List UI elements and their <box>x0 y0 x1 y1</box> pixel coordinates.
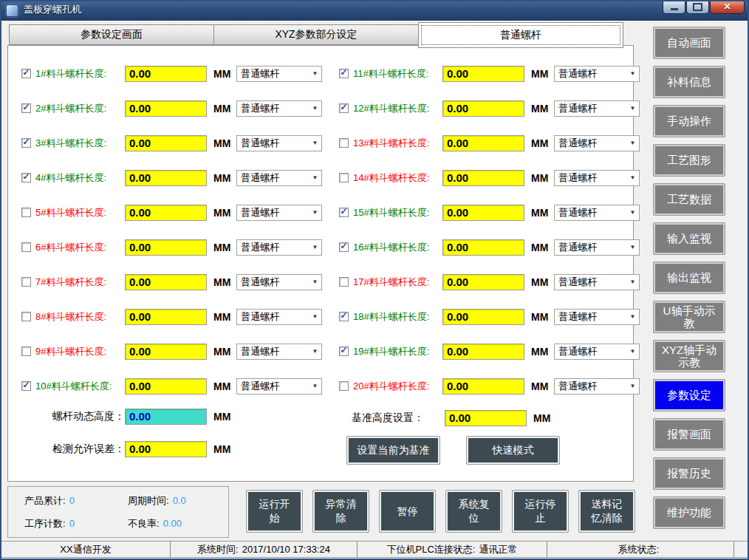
hopper-1-checkbox[interactable]: ✓ <box>21 69 31 78</box>
run-stop-button[interactable]: 运行停 止 <box>512 490 569 533</box>
hopper-19-screw-type-select[interactable]: 普通螺杆▼ <box>554 344 640 360</box>
sidebar-process-graphics[interactable]: 工艺图形 <box>653 144 725 177</box>
hopper-4-length-input[interactable]: 0.00 <box>125 170 207 186</box>
hopper-8-length-input[interactable]: 0.00 <box>125 309 207 325</box>
sidebar-xyz-axis-manual-teach[interactable]: XYZ轴手动 示教 <box>653 340 725 372</box>
sidebar-alarm-screen[interactable]: 报警画面 <box>653 418 725 451</box>
hopper-3-checkbox[interactable]: ✓ <box>21 138 31 148</box>
hopper-9-checkbox[interactable] <box>21 346 31 356</box>
hopper-2-screw-type-select[interactable]: 普通螺杆▼ <box>236 100 322 117</box>
hopper-18-screw-type-select[interactable]: 普通螺杆▼ <box>554 309 640 325</box>
hopper-11-length-input[interactable]: 0.00 <box>442 66 524 82</box>
hopper-5-screw-type-select[interactable]: 普通螺杆▼ <box>236 205 322 221</box>
minimize-button[interactable] <box>663 0 685 14</box>
hopper-15-screw-type-select[interactable]: 普通螺杆▼ <box>554 205 640 221</box>
hopper-16-length-input[interactable]: 0.00 <box>442 239 524 256</box>
base-height-label: 基准高度设置： <box>352 412 445 425</box>
hopper-9-screw-type-select[interactable]: 普通螺杆▼ <box>236 344 322 360</box>
sidebar-manual-operation[interactable]: 手动操作 <box>653 105 725 137</box>
system-reset-button[interactable]: 系统复 位 <box>445 490 502 533</box>
tab-parameter-setting-screen[interactable]: 参数设定画面 <box>9 24 213 45</box>
fast-mode-button[interactable]: 快速模式 <box>466 436 560 465</box>
sidebar-process-data[interactable]: 工艺数据 <box>653 183 725 216</box>
hopper-13-length-input[interactable]: 0.00 <box>442 135 524 151</box>
maximize-button[interactable] <box>686 0 709 14</box>
hopper-7-screw-type-select[interactable]: 普通螺杆▼ <box>236 274 322 290</box>
unit-label: MM <box>531 380 548 392</box>
sidebar-refill-info[interactable]: 补料信息 <box>653 66 725 98</box>
hopper-14-screw-type-select[interactable]: 普通螺杆▼ <box>554 170 640 186</box>
set-current-as-base-button[interactable]: 设置当前为基准 <box>346 436 440 465</box>
hopper-14-checkbox[interactable] <box>339 173 349 182</box>
hopper-9-length-input[interactable]: 0.00 <box>125 344 207 360</box>
hopper-10-length-input[interactable]: 0.00 <box>125 378 207 395</box>
feed-memory-clear-button[interactable]: 送料记 忆清除 <box>578 490 635 533</box>
hopper-19-length-input[interactable]: 0.00 <box>442 344 524 360</box>
hopper-17-checkbox[interactable] <box>339 277 349 287</box>
hopper-1-length-input[interactable]: 0.00 <box>125 66 207 82</box>
hopper-1-screw-type-select[interactable]: 普通螺杆▼ <box>236 66 322 82</box>
chevron-down-icon: ▼ <box>629 174 639 181</box>
hopper-8-screw-type-select[interactable]: 普通螺杆▼ <box>236 309 322 325</box>
hopper-20-checkbox[interactable] <box>339 381 349 391</box>
hopper-12-length-input[interactable]: 0.00 <box>442 100 524 117</box>
hopper-15-checkbox[interactable]: ✓ <box>339 208 349 217</box>
hopper-20-screw-type-select[interactable]: 普通螺杆▼ <box>554 378 640 395</box>
hopper-20-length-input[interactable]: 0.00 <box>442 378 524 395</box>
close-button[interactable]: ✕ <box>710 0 745 14</box>
hopper-13-checkbox[interactable] <box>339 138 349 148</box>
unit-label: MM <box>213 68 230 80</box>
base-height-field: 基准高度设置： 0.00 MM <box>352 409 550 427</box>
base-height-input[interactable]: 0.00 <box>445 410 527 426</box>
hopper-19-checkbox[interactable]: ✓ <box>339 346 349 356</box>
hopper-7-checkbox[interactable] <box>21 277 31 287</box>
hopper-11-checkbox[interactable]: ✓ <box>339 69 349 78</box>
hopper-2-length-input[interactable]: 0.00 <box>125 100 207 117</box>
sidebar-auto-screen[interactable]: 自动画面 <box>653 27 725 59</box>
plc-status-label: 下位机PLC连接状态: <box>387 543 476 556</box>
hopper-2-checkbox[interactable]: ✓ <box>21 103 31 113</box>
sidebar-u-axis-manual-teach[interactable]: U轴手动示 教 <box>653 301 725 333</box>
hopper-16-screw-type-select[interactable]: 普通螺杆▼ <box>554 239 640 256</box>
hopper-4-checkbox[interactable]: ✓ <box>21 173 31 182</box>
sidebar-maintenance[interactable]: 维护功能 <box>653 496 725 529</box>
hopper-3-label: 3#料斗螺杆长度: <box>35 137 123 150</box>
hopper-11-screw-type-select[interactable]: 普通螺杆▼ <box>554 66 640 82</box>
sidebar-parameter-setting[interactable]: 参数设定 <box>653 379 725 412</box>
hopper-12-checkbox[interactable]: ✓ <box>339 103 349 113</box>
hopper-15-length-input[interactable]: 0.00 <box>442 205 524 221</box>
hopper-17-length-input[interactable]: 0.00 <box>442 274 524 290</box>
hopper-14-length-input[interactable]: 0.00 <box>442 170 524 186</box>
tab-xyz-parameter-setting[interactable]: XYZ参数部分设定 <box>213 24 418 45</box>
hopper-3-length-input[interactable]: 0.00 <box>125 135 207 151</box>
hopper-6-checkbox[interactable] <box>21 242 31 252</box>
parameter-panel: ✓1#料斗螺杆长度:0.00MM普通螺杆▼✓2#料斗螺杆长度:0.00MM普通螺… <box>7 45 634 482</box>
hopper-5-length-input[interactable]: 0.00 <box>125 205 207 221</box>
run-start-button[interactable]: 运行开 始 <box>246 490 303 533</box>
hopper-6-screw-type-select[interactable]: 普通螺杆▼ <box>236 239 322 256</box>
hopper-18-checkbox[interactable]: ✓ <box>339 312 349 321</box>
hopper-3-screw-type-select[interactable]: 普通螺杆▼ <box>236 135 322 151</box>
hopper-16-checkbox[interactable]: ✓ <box>339 242 349 252</box>
hopper-7-length-input[interactable]: 0.00 <box>125 274 207 290</box>
abnormal-clear-button[interactable]: 异常清 除 <box>312 490 369 533</box>
sidebar-input-monitor[interactable]: 输入监视 <box>653 222 725 255</box>
hopper-13-screw-type-select[interactable]: 普通螺杆▼ <box>554 135 640 151</box>
hopper-18-length-input[interactable]: 0.00 <box>442 309 524 325</box>
hopper-4-screw-type-select[interactable]: 普通螺杆▼ <box>236 170 322 186</box>
window-title: 盖板穿螺孔机 <box>24 0 81 21</box>
dynamic-height-value: 0.00 <box>125 409 207 425</box>
pause-button[interactable]: 暂停 <box>379 490 436 533</box>
hopper-8-checkbox[interactable] <box>21 312 31 321</box>
hopper-10-screw-type-select[interactable]: 普通螺杆▼ <box>236 378 322 395</box>
hopper-row-10: ✓10#料斗螺杆长度:0.00MM普通螺杆▼ <box>21 369 322 403</box>
hopper-17-screw-type-select[interactable]: 普通螺杆▼ <box>554 274 640 290</box>
hopper-12-screw-type-select[interactable]: 普通螺杆▼ <box>554 100 640 117</box>
sidebar-output-monitor[interactable]: 输出监视 <box>653 262 725 294</box>
hopper-6-length-input[interactable]: 0.00 <box>125 239 207 256</box>
tab-normal-screw[interactable]: 普通螺杆 <box>418 22 623 48</box>
hopper-10-checkbox[interactable]: ✓ <box>21 381 31 391</box>
sidebar-alarm-history[interactable]: 报警历史 <box>653 457 725 490</box>
tolerance-input[interactable]: 0.00 <box>125 441 207 457</box>
hopper-5-checkbox[interactable] <box>21 208 31 217</box>
